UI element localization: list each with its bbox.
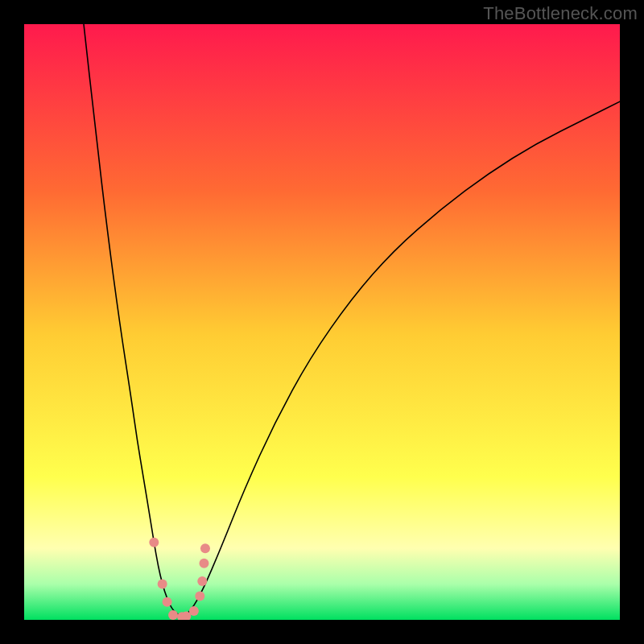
bottleneck-curve-plot xyxy=(0,0,644,644)
chart-container: TheBottleneck.com xyxy=(0,0,644,644)
watermark-label: TheBottleneck.com xyxy=(483,3,638,24)
